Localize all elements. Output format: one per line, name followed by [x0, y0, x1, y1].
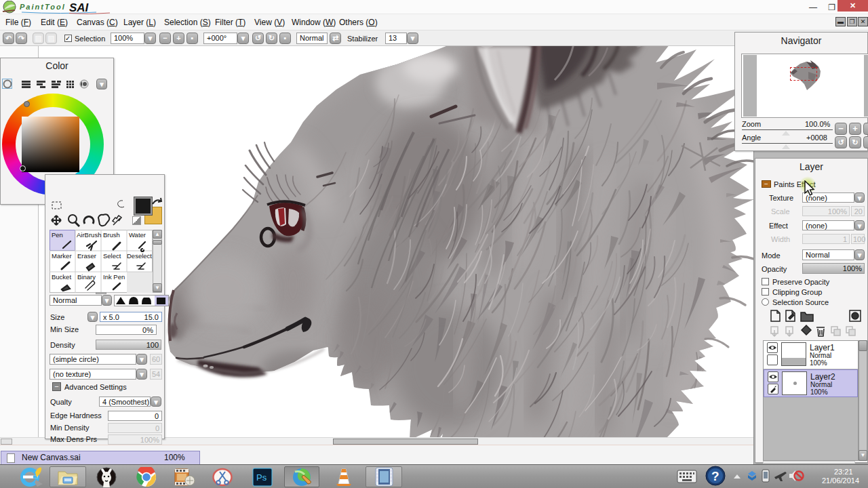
svg-text:Select: Select — [103, 252, 121, 260]
svg-text:Bucket: Bucket — [52, 273, 71, 281]
svg-text:Marker: Marker — [52, 252, 72, 260]
svg-text:Ink Pen: Ink Pen — [103, 273, 125, 281]
svg-text:PaintTool: PaintTool — [20, 3, 66, 11]
svg-text:Eraser: Eraser — [77, 252, 96, 260]
svg-text:Brush: Brush — [103, 231, 120, 239]
svg-text:Binary: Binary — [77, 273, 96, 281]
svg-text:?: ? — [711, 469, 719, 483]
svg-text:Pen: Pen — [52, 231, 63, 239]
svg-text:AirBrush: AirBrush — [77, 231, 101, 239]
svg-text:Water: Water — [129, 231, 146, 239]
svg-text:SAI: SAI — [69, 1, 90, 14]
svg-text:Deselect: Deselect — [127, 252, 152, 260]
svg-text:Ps: Ps — [256, 472, 267, 483]
